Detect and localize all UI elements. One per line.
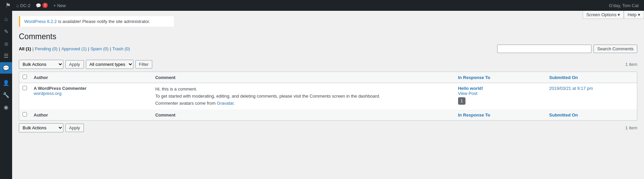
tablenav-left: Bulk Actions Approve Mark as Pending Mar… — [19, 60, 152, 69]
adminbar-right: G'day, Tom Cat — [609, 3, 641, 8]
filter-trash[interactable]: Trash (0) — [112, 46, 130, 51]
select-all-checkbox-top[interactable] — [23, 75, 27, 79]
adminbar-new[interactable]: + New — [51, 0, 68, 11]
gravatar-link[interactable]: Gravatar — [217, 101, 234, 106]
row-in-response-cell: Hello world! View Post 1 — [455, 83, 546, 110]
filter-spam[interactable]: Spam (0) — [91, 46, 108, 51]
comment-type-select[interactable]: All comment types Comments Pings — [86, 60, 133, 69]
adminbar-site-name[interactable]: ⌂ DC-2 — [13, 0, 33, 11]
comment-count-badge: 1 — [458, 97, 465, 105]
screen-options-label: Screen Options — [586, 12, 617, 17]
row-author-cell: A WordPress Commenter wordpress.org — [30, 83, 152, 110]
sidebar-item-posts[interactable]: ✎ — [0, 26, 12, 37]
main-content: WordPress 6.2.2 is available! Please not… — [12, 11, 644, 179]
wp-logo-icon: ⚑ — [5, 2, 11, 9]
tablenav-top: Bulk Actions Approve Mark as Pending Mar… — [19, 60, 637, 69]
author-name: A WordPress Commenter — [34, 86, 149, 91]
admin-bar: ⚑ ⌂ DC-2 💬 0 + New G'day, Tom Cat — [0, 0, 644, 11]
chevron-down-icon-help: ▾ — [638, 12, 640, 17]
sidebar-item-dashboard[interactable]: ⌂ — [0, 14, 12, 25]
adminbar-left: ⚑ ⌂ DC-2 💬 0 + New — [3, 0, 68, 11]
col-in-response-header: In Response To — [455, 72, 546, 83]
comments-table: Author Comment In Response To Submitted … — [19, 72, 637, 121]
table-foot: Author Comment In Response To Submitted … — [19, 109, 637, 121]
row-comment-cell: Hi, this is a comment. To get started wi… — [152, 83, 455, 110]
col-comment-header: Comment — [152, 72, 455, 83]
comment-text: Hi, this is a comment. To get started wi… — [155, 86, 451, 107]
user-greeting: G'day, Tom Cat — [609, 3, 639, 8]
home-icon: ⌂ — [16, 3, 19, 8]
search-comments-button[interactable]: Search Comments — [593, 45, 637, 53]
comment-line2: To get started with moderating, editing,… — [155, 94, 380, 99]
filter-all[interactable]: All (1) — [19, 46, 31, 51]
item-count-bottom: 1 item — [625, 125, 637, 130]
comment-line3-suffix: . — [234, 101, 235, 106]
search-comments-input[interactable] — [497, 45, 591, 53]
update-notice: WordPress 6.2.2 is available! Please not… — [19, 16, 174, 27]
row-submitted-cell: 2019/03/21 at 9:17 pm — [546, 83, 637, 110]
admin-sidebar: ⌂ ✎ ◎ ☰ 💬 👤 🔧 ◉ — [0, 11, 12, 179]
sidebar-item-users[interactable]: 👤 — [0, 77, 12, 88]
col-submitted-header: Submitted On — [546, 72, 637, 83]
select-all-checkbox-bottom[interactable] — [23, 112, 27, 117]
author-url-link[interactable]: wordpress.org — [34, 91, 61, 96]
notice-message: is available! Please notify the site adm… — [58, 19, 150, 24]
site-name-label: DC-2 — [20, 3, 30, 8]
apply-button[interactable]: Apply — [65, 60, 84, 69]
search-area: Search Comments — [497, 45, 637, 53]
comment-line1: Hi, this is a comment. — [155, 86, 197, 92]
table-head: Author Comment In Response To Submitted … — [19, 72, 637, 83]
submitted-date-link[interactable]: 2019/03/21 at 9:17 pm — [549, 86, 593, 91]
tablenav-bottom: Bulk Actions Approve Mark as Pending Mar… — [19, 123, 637, 132]
table-body: A WordPress Commenter wordpress.org Hi, … — [19, 83, 637, 110]
filter-approved[interactable]: Approved (1) — [61, 46, 87, 51]
apply-button-bottom[interactable]: Apply — [65, 124, 84, 132]
col-checkbox — [19, 72, 31, 83]
foot-col-comment: Comment — [152, 109, 455, 121]
filter-pending[interactable]: Pending (0) — [35, 46, 58, 51]
row-checkbox-cell — [19, 83, 31, 110]
sidebar-item-media[interactable]: ◎ — [0, 38, 12, 49]
sidebar-item-pages[interactable]: ☰ — [0, 50, 12, 61]
col-author-header: Author — [30, 72, 152, 83]
top-bar-buttons: Screen Options ▾ Help ▾ — [583, 11, 644, 19]
row-checkbox[interactable] — [23, 86, 27, 90]
adminbar-comments[interactable]: 💬 0 — [33, 0, 51, 11]
foot-col-checkbox — [19, 109, 31, 121]
response-post-link[interactable]: Hello world! — [458, 86, 483, 91]
chevron-down-icon: ▾ — [618, 12, 620, 17]
notice-link[interactable]: WordPress 6.2.2 — [24, 19, 57, 24]
comment-line3-prefix: Commenter avatars come from — [155, 101, 217, 106]
foot-col-submitted: Submitted On — [546, 109, 637, 121]
comments-badge: 0 — [42, 3, 48, 8]
sidebar-item-comments[interactable]: 💬 — [0, 62, 12, 74]
comments-icon: 💬 — [36, 3, 41, 8]
sidebar-item-settings[interactable]: ◉ — [0, 101, 12, 113]
filter-button[interactable]: Filter — [135, 60, 153, 69]
view-post-link[interactable]: View Post — [458, 91, 478, 96]
apply-label-bottom: Apply — [69, 125, 80, 130]
item-count-top: 1 item — [625, 62, 637, 67]
sidebar-item-tools[interactable]: 🔧 — [0, 89, 12, 101]
page-title: Comments — [19, 32, 637, 41]
bulk-actions-select[interactable]: Bulk Actions Approve Mark as Pending Mar… — [19, 60, 63, 69]
filter-links: All (1) | Pending (0) | Approved (1) | S… — [19, 46, 130, 51]
new-label: + New — [53, 3, 66, 8]
help-button[interactable]: Help ▾ — [624, 11, 644, 19]
table-row: A WordPress Commenter wordpress.org Hi, … — [19, 83, 637, 110]
tablenav-bottom-left: Bulk Actions Approve Mark as Pending Mar… — [19, 123, 84, 132]
search-comments-label: Search Comments — [597, 46, 634, 51]
screen-options-button[interactable]: Screen Options ▾ — [583, 11, 624, 19]
filter-label: Filter — [139, 62, 149, 67]
apply-label: Apply — [69, 62, 80, 67]
bulk-actions-select-bottom[interactable]: Bulk Actions Approve Mark as Pending Mar… — [19, 123, 63, 132]
help-label: Help — [627, 12, 637, 17]
foot-col-author: Author — [30, 109, 152, 121]
adminbar-wp-logo[interactable]: ⚑ — [3, 0, 13, 11]
foot-col-in-response: In Response To — [455, 109, 546, 121]
